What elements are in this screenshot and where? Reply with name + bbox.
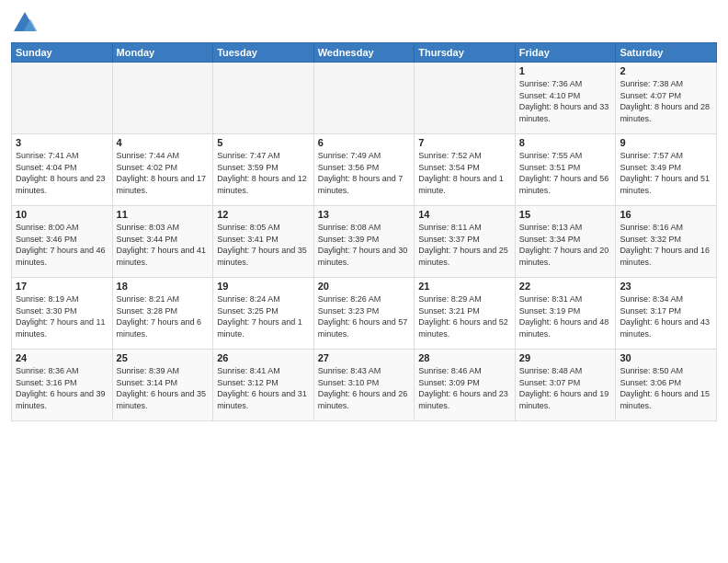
day-number: 26 xyxy=(217,352,310,363)
day-cell: 30Sunrise: 8:50 AM Sunset: 3:06 PM Dayli… xyxy=(616,350,717,421)
day-number: 3 xyxy=(16,137,108,148)
day-info: Sunrise: 8:03 AM Sunset: 3:44 PM Dayligh… xyxy=(117,222,210,268)
day-cell: 16Sunrise: 8:16 AM Sunset: 3:32 PM Dayli… xyxy=(616,206,717,278)
day-cell: 5Sunrise: 7:47 AM Sunset: 3:59 PM Daylig… xyxy=(213,134,314,206)
day-cell: 21Sunrise: 8:29 AM Sunset: 3:21 PM Dayli… xyxy=(415,278,516,350)
day-cell: 22Sunrise: 8:31 AM Sunset: 3:19 PM Dayli… xyxy=(515,278,616,350)
day-cell xyxy=(415,63,516,134)
day-cell: 13Sunrise: 8:08 AM Sunset: 3:39 PM Dayli… xyxy=(313,206,415,278)
header-cell-sunday: Sunday xyxy=(12,43,113,63)
day-number: 17 xyxy=(16,281,108,292)
week-row-5: 24Sunrise: 8:36 AM Sunset: 3:16 PM Dayli… xyxy=(12,350,717,421)
day-cell: 10Sunrise: 8:00 AM Sunset: 3:46 PM Dayli… xyxy=(12,206,113,278)
calendar-table: SundayMondayTuesdayWednesdayThursdayFrid… xyxy=(11,42,717,421)
day-cell: 8Sunrise: 7:55 AM Sunset: 3:51 PM Daylig… xyxy=(515,134,616,206)
day-info: Sunrise: 8:50 AM Sunset: 3:06 PM Dayligh… xyxy=(620,365,712,411)
day-cell: 11Sunrise: 8:03 AM Sunset: 3:44 PM Dayli… xyxy=(112,206,213,278)
day-number: 24 xyxy=(16,352,108,363)
day-info: Sunrise: 7:41 AM Sunset: 4:04 PM Dayligh… xyxy=(16,150,108,196)
day-number: 7 xyxy=(418,137,511,148)
day-info: Sunrise: 8:48 AM Sunset: 3:07 PM Dayligh… xyxy=(519,365,612,411)
day-info: Sunrise: 7:57 AM Sunset: 3:49 PM Dayligh… xyxy=(620,150,712,196)
day-number: 20 xyxy=(318,281,411,292)
day-number: 2 xyxy=(620,65,712,76)
day-number: 29 xyxy=(519,352,612,363)
header-cell-wednesday: Wednesday xyxy=(313,43,415,63)
day-info: Sunrise: 8:24 AM Sunset: 3:25 PM Dayligh… xyxy=(217,293,310,339)
day-cell: 24Sunrise: 8:36 AM Sunset: 3:16 PM Dayli… xyxy=(12,350,113,421)
day-cell: 14Sunrise: 8:11 AM Sunset: 3:37 PM Dayli… xyxy=(415,206,516,278)
header-cell-thursday: Thursday xyxy=(415,43,516,63)
day-number: 6 xyxy=(318,137,411,148)
day-number: 9 xyxy=(620,137,712,148)
day-cell: 29Sunrise: 8:48 AM Sunset: 3:07 PM Dayli… xyxy=(515,350,616,421)
day-number: 28 xyxy=(418,352,511,363)
day-cell: 27Sunrise: 8:43 AM Sunset: 3:10 PM Dayli… xyxy=(313,350,415,421)
day-info: Sunrise: 8:08 AM Sunset: 3:39 PM Dayligh… xyxy=(318,222,411,268)
week-row-2: 3Sunrise: 7:41 AM Sunset: 4:04 PM Daylig… xyxy=(12,134,717,206)
day-number: 25 xyxy=(117,352,210,363)
day-info: Sunrise: 8:39 AM Sunset: 3:14 PM Dayligh… xyxy=(117,365,210,411)
day-info: Sunrise: 7:55 AM Sunset: 3:51 PM Dayligh… xyxy=(519,150,612,196)
day-number: 18 xyxy=(117,281,210,292)
day-number: 11 xyxy=(117,209,210,220)
day-cell: 2Sunrise: 7:38 AM Sunset: 4:07 PM Daylig… xyxy=(616,63,717,134)
day-info: Sunrise: 7:47 AM Sunset: 3:59 PM Dayligh… xyxy=(217,150,310,196)
day-cell: 4Sunrise: 7:44 AM Sunset: 4:02 PM Daylig… xyxy=(112,134,213,206)
day-cell: 15Sunrise: 8:13 AM Sunset: 3:34 PM Dayli… xyxy=(515,206,616,278)
logo xyxy=(11,9,42,37)
day-info: Sunrise: 8:16 AM Sunset: 3:32 PM Dayligh… xyxy=(620,222,712,268)
day-number: 14 xyxy=(418,209,511,220)
day-cell: 7Sunrise: 7:52 AM Sunset: 3:54 PM Daylig… xyxy=(415,134,516,206)
day-info: Sunrise: 8:11 AM Sunset: 3:37 PM Dayligh… xyxy=(418,222,511,268)
day-cell xyxy=(12,63,113,134)
day-cell: 18Sunrise: 8:21 AM Sunset: 3:28 PM Dayli… xyxy=(112,278,213,350)
day-cell: 26Sunrise: 8:41 AM Sunset: 3:12 PM Dayli… xyxy=(213,350,314,421)
week-row-3: 10Sunrise: 8:00 AM Sunset: 3:46 PM Dayli… xyxy=(12,206,717,278)
day-info: Sunrise: 8:43 AM Sunset: 3:10 PM Dayligh… xyxy=(318,365,411,411)
day-cell: 25Sunrise: 8:39 AM Sunset: 3:14 PM Dayli… xyxy=(112,350,213,421)
day-number: 30 xyxy=(620,352,712,363)
day-cell: 9Sunrise: 7:57 AM Sunset: 3:49 PM Daylig… xyxy=(616,134,717,206)
day-info: Sunrise: 7:36 AM Sunset: 4:10 PM Dayligh… xyxy=(519,78,612,124)
day-cell xyxy=(313,63,415,134)
day-cell: 3Sunrise: 7:41 AM Sunset: 4:04 PM Daylig… xyxy=(12,134,113,206)
day-info: Sunrise: 8:29 AM Sunset: 3:21 PM Dayligh… xyxy=(418,293,511,339)
day-info: Sunrise: 8:41 AM Sunset: 3:12 PM Dayligh… xyxy=(217,365,310,411)
day-number: 22 xyxy=(519,281,612,292)
week-row-4: 17Sunrise: 8:19 AM Sunset: 3:30 PM Dayli… xyxy=(12,278,717,350)
day-info: Sunrise: 7:49 AM Sunset: 3:56 PM Dayligh… xyxy=(318,150,411,196)
header xyxy=(11,9,717,37)
day-info: Sunrise: 8:13 AM Sunset: 3:34 PM Dayligh… xyxy=(519,222,612,268)
day-info: Sunrise: 8:31 AM Sunset: 3:19 PM Dayligh… xyxy=(519,293,612,339)
day-number: 27 xyxy=(318,352,411,363)
day-number: 16 xyxy=(620,209,712,220)
logo-icon xyxy=(11,9,39,37)
day-number: 1 xyxy=(519,65,612,76)
day-info: Sunrise: 8:19 AM Sunset: 3:30 PM Dayligh… xyxy=(16,293,108,339)
header-cell-tuesday: Tuesday xyxy=(213,43,314,63)
day-cell: 17Sunrise: 8:19 AM Sunset: 3:30 PM Dayli… xyxy=(12,278,113,350)
day-number: 5 xyxy=(217,137,310,148)
day-number: 21 xyxy=(418,281,511,292)
day-cell: 28Sunrise: 8:46 AM Sunset: 3:09 PM Dayli… xyxy=(415,350,516,421)
day-cell xyxy=(213,63,314,134)
day-cell: 6Sunrise: 7:49 AM Sunset: 3:56 PM Daylig… xyxy=(313,134,415,206)
day-info: Sunrise: 8:46 AM Sunset: 3:09 PM Dayligh… xyxy=(418,365,511,411)
day-number: 23 xyxy=(620,281,712,292)
page: SundayMondayTuesdayWednesdayThursdayFrid… xyxy=(0,0,728,563)
day-number: 13 xyxy=(318,209,411,220)
day-info: Sunrise: 8:21 AM Sunset: 3:28 PM Dayligh… xyxy=(117,293,210,339)
day-number: 8 xyxy=(519,137,612,148)
day-cell: 12Sunrise: 8:05 AM Sunset: 3:41 PM Dayli… xyxy=(213,206,314,278)
day-number: 19 xyxy=(217,281,310,292)
day-info: Sunrise: 8:05 AM Sunset: 3:41 PM Dayligh… xyxy=(217,222,310,268)
day-number: 10 xyxy=(16,209,108,220)
day-number: 4 xyxy=(117,137,210,148)
day-number: 12 xyxy=(217,209,310,220)
day-cell xyxy=(112,63,213,134)
header-cell-saturday: Saturday xyxy=(616,43,717,63)
header-cell-monday: Monday xyxy=(112,43,213,63)
day-cell: 20Sunrise: 8:26 AM Sunset: 3:23 PM Dayli… xyxy=(313,278,415,350)
header-row: SundayMondayTuesdayWednesdayThursdayFrid… xyxy=(12,43,717,63)
